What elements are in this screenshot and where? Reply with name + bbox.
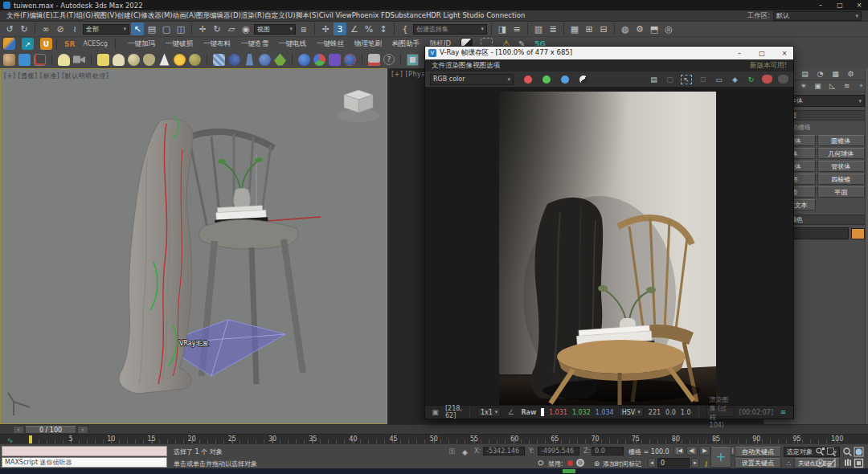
pixel-ratio-dropdown[interactable]: 1x1▾ xyxy=(477,407,501,417)
time-tag-icon[interactable]: ⊕ xyxy=(592,458,602,468)
go-to-start-button[interactable]: |◀ xyxy=(674,446,685,456)
lights-category-icon[interactable]: ☀ xyxy=(798,81,809,92)
script-button[interactable]: 一键造雪 xyxy=(241,39,268,49)
crystal-ball-icon[interactable] xyxy=(259,54,271,66)
vfb-channel-dropdown[interactable]: RGB color▾ xyxy=(430,74,514,85)
zoom-all-icon[interactable] xyxy=(815,447,825,457)
menu-item[interactable]: 脚本(S) xyxy=(296,11,319,19)
primitive-button[interactable]: 管状体 xyxy=(817,161,866,172)
isolate-select-icon[interactable]: ◈ xyxy=(730,74,740,84)
menu-item[interactable]: Civil View xyxy=(319,11,352,19)
angle-snap-icon[interactable]: ∠ xyxy=(348,22,361,35)
cone-icon[interactable] xyxy=(158,54,170,66)
motion-tab-icon[interactable]: ◔ xyxy=(815,69,825,80)
render-setup-icon[interactable]: ⚙ xyxy=(633,22,646,35)
menu-item[interactable]: 组(G) xyxy=(76,11,93,19)
menu-item[interactable]: 动画(A) xyxy=(173,11,196,19)
menu-item[interactable]: 自定义(U) xyxy=(264,11,295,19)
time-slider-button[interactable]: 0 / 100 xyxy=(25,426,76,434)
maximize-viewport-icon[interactable] xyxy=(854,458,864,468)
time-marker[interactable] xyxy=(29,435,32,443)
waves-icon[interactable] xyxy=(213,54,225,66)
redo-icon[interactable]: ↻ xyxy=(18,22,31,35)
vray-blue-icon[interactable] xyxy=(18,54,31,66)
select-manipulate-icon[interactable]: ✢ xyxy=(319,22,332,35)
zoom-icon[interactable] xyxy=(842,447,853,457)
bind-spacewarp-icon[interactable]: ≀ xyxy=(68,22,81,35)
utilities-tab-icon[interactable]: ⚙ xyxy=(845,69,856,80)
sphere-icon[interactable] xyxy=(128,54,140,66)
menu-item[interactable]: 渲染(R) xyxy=(241,11,265,19)
z-coord-field[interactable]: 0.0 xyxy=(592,447,624,456)
stop-render-icon[interactable] xyxy=(778,75,788,84)
helpers-category-icon[interactable]: ◺ xyxy=(827,81,837,92)
rect-selection-region-icon[interactable]: ▢ xyxy=(160,22,173,35)
material-editor-icon[interactable]: ◍ xyxy=(619,22,632,35)
zoom-extents-icon[interactable] xyxy=(854,447,864,457)
region-render-icon[interactable]: ↖ xyxy=(681,75,692,84)
close-button[interactable]: × xyxy=(854,1,865,10)
camera-icon[interactable] xyxy=(73,54,85,66)
vfb-menu-item[interactable]: 选项 xyxy=(486,61,500,69)
sphere-region-icon[interactable] xyxy=(344,54,356,66)
maxscript-mini-listener[interactable]: MAXScript 迷你侦听器 xyxy=(2,457,167,468)
move-icon[interactable]: ✛ xyxy=(196,22,209,35)
set-key-button[interactable]: 设置关键点 xyxy=(735,458,781,468)
menu-item[interactable]: 图形编辑器(D) xyxy=(196,11,241,19)
teapot-icon[interactable] xyxy=(143,54,155,66)
mirror-icon[interactable]: ◨ xyxy=(496,22,509,35)
moon-sphere-icon[interactable] xyxy=(228,54,240,66)
script-button[interactable]: 构图助手 xyxy=(392,39,420,49)
viewport-perspective[interactable]: VRay毛发 [+] [透视] [标准] [默认明暗处理] xyxy=(0,68,387,424)
cameras-category-icon[interactable]: ▣ xyxy=(813,81,823,92)
frame-back-button[interactable]: ◂ xyxy=(648,458,656,468)
placement-icon[interactable]: ◉ xyxy=(240,22,252,35)
select-link-icon[interactable]: ∞ xyxy=(39,22,52,35)
menu-item[interactable]: 工具(T) xyxy=(53,11,76,19)
primitive-button[interactable]: 圆锥体 xyxy=(817,135,866,146)
named-selection-dropdown[interactable]: 创建选择集▾ xyxy=(413,24,487,35)
render-production-icon[interactable]: ◎ xyxy=(662,22,675,35)
menu-item[interactable]: 修改器(M) xyxy=(141,11,172,19)
selection-filter-dropdown[interactable]: 全部▾ xyxy=(83,24,129,35)
vfb-menu-item[interactable]: 视图 xyxy=(473,61,486,69)
rgb-dots-icon[interactable] xyxy=(313,54,326,66)
select-object-button[interactable]: ↖ xyxy=(131,22,144,35)
aces-button[interactable]: ACEScg xyxy=(80,40,111,47)
interactive-render-icon[interactable]: ↻ xyxy=(746,74,756,84)
primitive-button[interactable]: 几何球体 xyxy=(817,148,866,159)
render-settings-icon[interactable] xyxy=(34,54,46,66)
vfb-maximize-button[interactable]: □ xyxy=(756,49,768,58)
play-button[interactable]: ▶ xyxy=(699,446,710,456)
red-channel-icon[interactable] xyxy=(524,76,532,84)
set-key-big-button[interactable]: + xyxy=(710,447,731,468)
maxscript-pink-line[interactable] xyxy=(2,446,167,456)
y-coord-field[interactable]: -4995.546 xyxy=(538,447,579,456)
script-button[interactable]: 一键蛛丝 xyxy=(317,39,344,49)
auto-key-button[interactable]: 自动关键点 xyxy=(735,447,781,457)
scene-explorer-icon[interactable]: ▥ xyxy=(532,22,545,35)
stamp-icon[interactable]: ≡ xyxy=(778,407,788,418)
pan-icon[interactable] xyxy=(842,458,853,468)
curve-editor-icon[interactable]: ⊞ xyxy=(583,22,596,35)
vfb-canvas[interactable] xyxy=(425,88,793,407)
vray-frame-buffer-window[interactable]: V V-Ray 帧缓存区 - [100.0% of 477 x 685] – □… xyxy=(424,46,794,419)
vfb-minimize-button[interactable]: – xyxy=(734,49,745,58)
save-image-icon[interactable]: ▤ xyxy=(649,74,659,84)
sr-button[interactable]: SR xyxy=(61,40,78,48)
export-icon[interactable]: ↗ xyxy=(22,38,34,50)
teapot-render-icon[interactable] xyxy=(3,54,15,66)
percent-snap-icon[interactable]: % xyxy=(362,22,375,35)
app-titlebar[interactable]: tuiwen.max - Autodesk 3ds Max 2022 – □ × xyxy=(0,0,868,10)
panel-scrollbar[interactable] xyxy=(865,68,868,424)
zoom-ratio-icon[interactable]: ⊡ xyxy=(698,74,708,84)
hierarchy-tab-icon[interactable]: ▤ xyxy=(800,69,810,80)
record-dot-icon[interactable] xyxy=(567,460,573,466)
script-button[interactable]: 一键破损 xyxy=(166,39,193,49)
vfb-close-button[interactable]: × xyxy=(779,49,790,58)
menu-item[interactable]: 文件(F) xyxy=(6,11,30,19)
next-frame-button[interactable]: › xyxy=(77,426,88,434)
help-icon[interactable]: ? xyxy=(383,54,395,65)
scale-icon[interactable]: ▱ xyxy=(225,22,238,35)
spinner-snap-icon[interactable]: ↕ xyxy=(377,22,390,35)
